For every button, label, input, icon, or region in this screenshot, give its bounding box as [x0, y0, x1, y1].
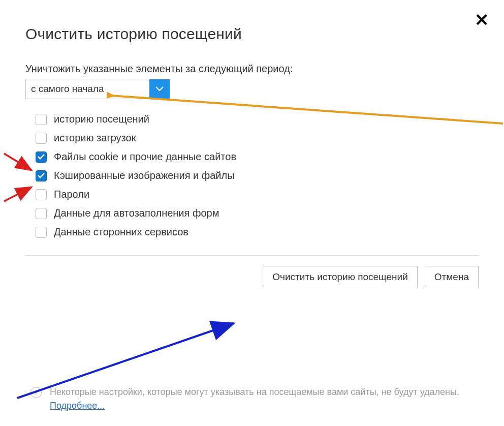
option-label: Файлы cookie и прочие данные сайтов — [54, 151, 236, 163]
info-icon: i — [30, 387, 42, 398]
close-button[interactable]: ✕ — [475, 11, 489, 28]
clear-history-dialog: ✕ Очистить историю посещений Уничтожить … — [0, 0, 504, 426]
period-select[interactable]: с самого начала — [25, 79, 170, 99]
option-cookies: Файлы cookie и прочие данные сайтов — [36, 151, 479, 163]
option-third-party: Данные сторонних сервисов — [36, 226, 479, 238]
action-buttons: Очистить историю посещений Отмена — [25, 266, 479, 288]
footer-text-container: Некоторые настройки, которые могут указы… — [50, 385, 474, 413]
close-icon: ✕ — [475, 10, 489, 29]
option-browsing-history: историю посещений — [36, 113, 479, 125]
option-label: историю посещений — [54, 113, 149, 125]
checkbox[interactable] — [36, 114, 47, 125]
option-label: Пароли — [54, 189, 89, 200]
checkbox[interactable] — [36, 170, 47, 181]
divider — [25, 255, 479, 256]
learn-more-link[interactable]: Подробнее... — [50, 401, 105, 411]
option-label: Данные для автозаполнения форм — [54, 207, 219, 219]
options-list: историю посещений историю загрузок Файлы… — [36, 113, 479, 238]
dialog-title: Очистить историю посещений — [25, 25, 479, 43]
footer-text: Некоторые настройки, которые могут указы… — [50, 387, 459, 397]
option-label: Кэшированные изображения и файлы — [54, 170, 235, 181]
checkbox[interactable] — [36, 133, 47, 144]
checkbox[interactable] — [36, 151, 47, 163]
option-cached-images: Кэшированные изображения и файлы — [36, 170, 479, 181]
checkbox[interactable] — [36, 189, 47, 200]
period-select-value: с самого начала — [26, 79, 149, 99]
option-label: Данные сторонних сервисов — [54, 226, 188, 238]
option-autofill: Данные для автозаполнения форм — [36, 207, 479, 219]
option-label: историю загрузок — [54, 132, 136, 144]
checkbox[interactable] — [36, 208, 47, 219]
chevron-down-icon — [149, 79, 170, 99]
period-label: Уничтожить указанные элементы за следующ… — [25, 63, 479, 75]
option-passwords: Пароли — [36, 189, 479, 200]
clear-button[interactable]: Очистить историю посещений — [263, 266, 418, 288]
footer-note: i Некоторые настройки, которые могут ука… — [30, 385, 474, 413]
option-download-history: историю загрузок — [36, 132, 479, 144]
cancel-button[interactable]: Отмена — [425, 266, 479, 288]
checkbox[interactable] — [36, 227, 47, 238]
